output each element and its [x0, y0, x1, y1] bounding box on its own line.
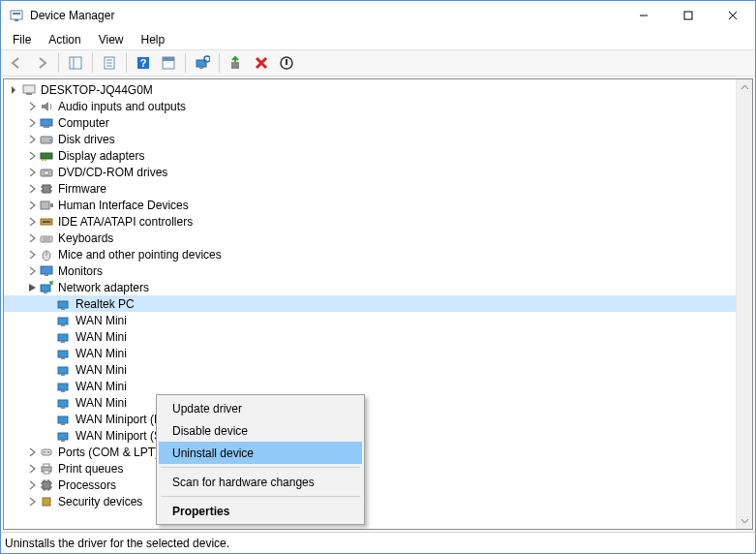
tree-category-dvd[interactable]: DVD/CD-ROM drives: [4, 164, 752, 180]
tree-root[interactable]: DESKTOP-JQ44G0M: [4, 81, 752, 98]
show-hide-tree-button[interactable]: [64, 51, 87, 75]
collapse-arrow-icon[interactable]: [25, 182, 39, 196]
tree-category-mice[interactable]: Mice and other pointing devices: [4, 246, 752, 262]
network-adapter-icon: [56, 313, 72, 328]
statusbar: Uninstalls the driver for the selected d…: [1, 532, 755, 553]
collapse-arrow-icon[interactable]: [25, 462, 39, 476]
menu-view[interactable]: View: [91, 31, 132, 48]
collapse-arrow-icon[interactable]: [25, 199, 39, 212]
toolbar: ?: [1, 49, 755, 77]
tree-category-hid[interactable]: Human Interface Devices: [4, 197, 752, 213]
collapse-arrow-icon[interactable]: [25, 264, 39, 278]
context-uninstall-device[interactable]: Uninstall device: [159, 442, 362, 464]
scroll-down-icon[interactable]: [737, 512, 752, 529]
menu-action[interactable]: Action: [41, 31, 88, 48]
menu-file[interactable]: File: [5, 31, 39, 48]
tree-label: DVD/CD-ROM drives: [58, 166, 167, 179]
collapse-arrow-icon[interactable]: [25, 100, 39, 113]
context-disable-device[interactable]: Disable device: [159, 419, 362, 442]
tree-category-keyboards[interactable]: Keyboards: [4, 230, 752, 246]
svg-rect-38: [41, 201, 49, 209]
svg-rect-30: [45, 159, 46, 161]
back-button[interactable]: [5, 51, 28, 75]
tree-label: Firmware: [58, 182, 106, 196]
computer-icon: [21, 82, 37, 98]
disable-device-button[interactable]: [275, 51, 298, 75]
tree-category-ports[interactable]: Ports (COM & LPT): [4, 444, 752, 460]
collapse-arrow-icon[interactable]: [25, 166, 39, 179]
action-button[interactable]: [157, 51, 180, 75]
audio-icon: [39, 99, 54, 114]
tree-category-computer[interactable]: Computer: [4, 114, 752, 131]
window-controls: [621, 1, 755, 30]
tree-category-firmware[interactable]: Firmware: [4, 180, 752, 197]
tree-category-security[interactable]: Security devices: [4, 493, 752, 509]
svg-rect-53: [58, 318, 68, 324]
tree-device-wan[interactable]: WAN Mini: [4, 361, 752, 378]
maximize-button[interactable]: [666, 1, 711, 30]
collapse-arrow-icon[interactable]: [25, 446, 39, 459]
context-scan-hardware[interactable]: Scan for hardware changes: [159, 471, 362, 493]
tree-category-monitors[interactable]: Monitors: [4, 262, 752, 279]
computer-icon: [39, 115, 54, 131]
security-icon: [39, 494, 54, 509]
tree-category-printqueues[interactable]: Print queues: [4, 460, 752, 477]
scan-hardware-button[interactable]: [191, 51, 214, 75]
tree-label: WAN Mini: [76, 330, 127, 344]
tree-device-realtek[interactable]: Realtek PC: [4, 295, 752, 312]
tree-category-processors[interactable]: Processors: [4, 477, 752, 493]
collapse-arrow-icon[interactable]: [25, 116, 39, 130]
context-properties[interactable]: Properties: [159, 500, 362, 522]
svg-point-32: [45, 170, 49, 175]
help-button[interactable]: ?: [132, 51, 155, 75]
expand-arrow-icon[interactable]: [8, 83, 21, 97]
tree-label: WAN Mini: [76, 396, 127, 410]
device-tree[interactable]: DESKTOP-JQ44G0M Audio inputs and outputs…: [4, 79, 752, 529]
update-driver-button[interactable]: [225, 51, 248, 75]
svg-rect-1: [13, 13, 20, 15]
menu-help[interactable]: Help: [134, 31, 173, 48]
monitor-icon: [39, 263, 54, 279]
app-icon: [9, 8, 24, 23]
tree-category-disk[interactable]: Disk drives: [4, 131, 752, 147]
tree-device-wan[interactable]: WAN Mini: [4, 378, 752, 394]
minimize-button[interactable]: [621, 1, 666, 30]
tree-category-audio[interactable]: Audio inputs and outputs: [4, 98, 752, 114]
context-update-driver[interactable]: Update driver: [159, 397, 362, 419]
vertical-scrollbar[interactable]: [736, 79, 752, 529]
tree-device-wan-pptp[interactable]: WAN Miniport (PPTP): [4, 411, 752, 427]
svg-point-19: [204, 56, 210, 62]
forward-button[interactable]: [30, 51, 53, 75]
tree-device-wan[interactable]: WAN Mini: [4, 328, 752, 345]
close-button[interactable]: [711, 1, 755, 30]
collapse-arrow-icon[interactable]: [25, 478, 39, 492]
tree-category-ide[interactable]: IDE ATA/ATAPI controllers: [4, 213, 752, 230]
collapse-arrow-icon[interactable]: [25, 133, 39, 146]
tree-device-wan[interactable]: WAN Mini: [4, 312, 752, 328]
collapse-arrow-icon[interactable]: [25, 215, 39, 229]
expand-arrow-icon[interactable]: [25, 281, 39, 294]
tree-category-display[interactable]: Display adapters: [4, 147, 752, 164]
collapse-arrow-icon[interactable]: [25, 248, 39, 262]
svg-rect-74: [44, 471, 49, 474]
tree-label: Keyboards: [58, 231, 113, 245]
tree-device-wan[interactable]: WAN Mini: [4, 394, 752, 411]
collapse-arrow-icon[interactable]: [25, 149, 39, 163]
collapse-arrow-icon[interactable]: [25, 231, 39, 245]
scroll-up-icon[interactable]: [737, 79, 752, 96]
titlebar: Device Manager: [1, 1, 755, 30]
tree-device-wan[interactable]: WAN Mini: [4, 345, 752, 361]
tree-label: IDE ATA/ATAPI controllers: [58, 215, 193, 229]
svg-rect-7: [70, 57, 81, 69]
svg-rect-22: [23, 85, 35, 93]
svg-rect-25: [44, 126, 49, 128]
collapse-arrow-icon[interactable]: [25, 495, 39, 508]
svg-rect-4: [684, 12, 692, 19]
uninstall-device-button[interactable]: [250, 51, 273, 75]
svg-rect-51: [58, 301, 68, 308]
network-adapter-icon: [56, 395, 72, 411]
tree-category-network[interactable]: Network adapters: [4, 279, 752, 295]
tree-device-wan-sstp[interactable]: WAN Miniport (SSTP): [4, 427, 752, 444]
svg-rect-66: [61, 423, 65, 425]
properties-button[interactable]: [98, 51, 121, 75]
